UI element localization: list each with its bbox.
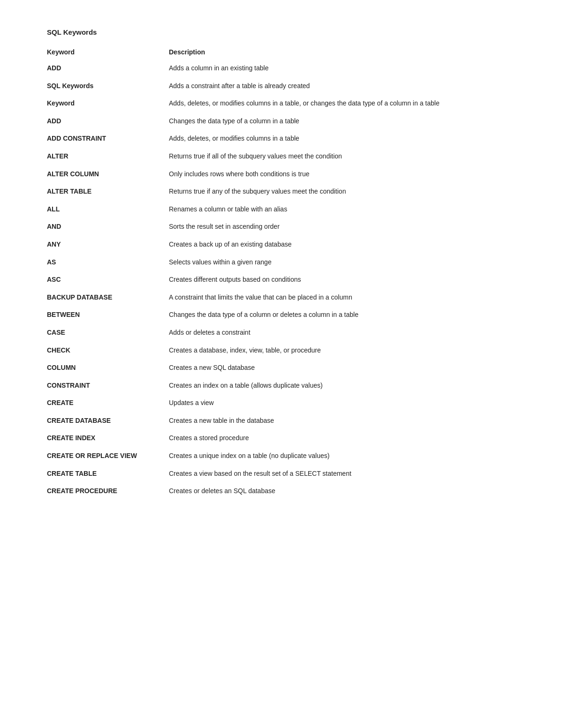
description-cell: A constraint that limits the value that …: [169, 289, 516, 307]
description-cell: Adds a constraint after a table is alrea…: [169, 77, 516, 95]
description-cell: Creates a unique index on a table (no du…: [169, 447, 516, 465]
table-row: ADDChanges the data type of a column in …: [47, 113, 516, 130]
table-row: ADD CONSTRAINTAdds, deletes, or modifies…: [47, 130, 516, 148]
table-row: BETWEENChanges the data type of a column…: [47, 306, 516, 324]
table-row: ALTERReturns true if all of the subquery…: [47, 148, 516, 165]
description-cell: Creates a view based on the result set o…: [169, 465, 516, 483]
description-cell: Renames a column or table with an alias: [169, 201, 516, 218]
table-row: CREATEUpdates a view: [47, 394, 516, 412]
keyword-cell: AS: [47, 254, 169, 271]
description-cell: Adds, deletes, or modifies columns in a …: [169, 95, 516, 113]
description-cell: Sorts the result set in ascending order: [169, 218, 516, 236]
table-row: CASEAdds or deletes a constraint: [47, 324, 516, 342]
description-cell: Creates a back up of an existing databas…: [169, 236, 516, 254]
page-container: SQL Keywords Keyword Description ADDAdds…: [47, 28, 516, 500]
keyword-cell: CREATE TABLE: [47, 465, 169, 483]
keyword-cell: CREATE PROCEDURE: [47, 482, 169, 500]
keyword-cell: CREATE DATABASE: [47, 412, 169, 430]
table-header-row: Keyword Description: [47, 45, 516, 60]
description-cell: Creates a stored procedure: [169, 429, 516, 447]
keyword-cell: ALTER: [47, 148, 169, 165]
keyword-cell: ADD CONSTRAINT: [47, 130, 169, 148]
table-row: ALTER TABLEReturns true if any of the su…: [47, 183, 516, 201]
keyword-cell: CREATE INDEX: [47, 429, 169, 447]
keyword-cell: ADD: [47, 60, 169, 77]
description-cell: Changes the data type of a column in a t…: [169, 113, 516, 130]
table-row: ALLRenames a column or table with an ali…: [47, 201, 516, 218]
column-header-description: Description: [169, 45, 516, 60]
keyword-cell: AND: [47, 218, 169, 236]
keyword-cell: ANY: [47, 236, 169, 254]
keywords-table: Keyword Description ADDAdds a column in …: [47, 45, 516, 500]
table-row: CREATE INDEXCreates a stored procedure: [47, 429, 516, 447]
table-row: ANYCreates a back up of an existing data…: [47, 236, 516, 254]
page-title: SQL Keywords: [47, 28, 516, 36]
description-cell: Adds a column in an existing table: [169, 60, 516, 77]
table-row: KeywordAdds, deletes, or modifies column…: [47, 95, 516, 113]
keyword-cell: ADD: [47, 113, 169, 130]
table-row: CONSTRAINTCreates an index on a table (a…: [47, 377, 516, 395]
table-row: ADDAdds a column in an existing table: [47, 60, 516, 77]
table-row: CREATE PROCEDURECreates or deletes an SQ…: [47, 482, 516, 500]
keyword-cell: CHECK: [47, 342, 169, 360]
keyword-cell: CREATE: [47, 394, 169, 412]
keyword-cell: BETWEEN: [47, 306, 169, 324]
description-cell: Creates an index on a table (allows dupl…: [169, 377, 516, 395]
description-cell: Selects values within a given range: [169, 254, 516, 271]
keyword-cell: ASC: [47, 271, 169, 289]
keyword-cell: ALTER TABLE: [47, 183, 169, 201]
table-row: CREATE OR REPLACE VIEWCreates a unique i…: [47, 447, 516, 465]
table-row: ALTER COLUMNOnly includes rows where bot…: [47, 165, 516, 183]
keyword-cell: CONSTRAINT: [47, 377, 169, 395]
description-cell: Creates a new table in the database: [169, 412, 516, 430]
table-row: CREATE DATABASECreates a new table in th…: [47, 412, 516, 430]
description-cell: Returns true if any of the subquery valu…: [169, 183, 516, 201]
description-cell: Creates different outputs based on condi…: [169, 271, 516, 289]
description-cell: Returns true if all of the subquery valu…: [169, 148, 516, 165]
keyword-cell: CASE: [47, 324, 169, 342]
description-cell: Creates a database, index, view, table, …: [169, 342, 516, 360]
description-cell: Changes the data type of a column or del…: [169, 306, 516, 324]
table-row: CREATE TABLECreates a view based on the …: [47, 465, 516, 483]
description-cell: Creates a new SQL database: [169, 359, 516, 377]
description-cell: Only includes rows where both conditions…: [169, 165, 516, 183]
keyword-cell: SQL Keywords: [47, 77, 169, 95]
table-row: SQL KeywordsAdds a constraint after a ta…: [47, 77, 516, 95]
description-cell: Updates a view: [169, 394, 516, 412]
column-header-keyword: Keyword: [47, 45, 169, 60]
table-row: ASSelects values within a given range: [47, 254, 516, 271]
keyword-cell: BACKUP DATABASE: [47, 289, 169, 307]
description-cell: Creates or deletes an SQL database: [169, 482, 516, 500]
description-cell: Adds, deletes, or modifies columns in a …: [169, 130, 516, 148]
keyword-cell: CREATE OR REPLACE VIEW: [47, 447, 169, 465]
description-cell: Adds or deletes a constraint: [169, 324, 516, 342]
table-row: ANDSorts the result set in ascending ord…: [47, 218, 516, 236]
table-row: COLUMNCreates a new SQL database: [47, 359, 516, 377]
table-row: ASCCreates different outputs based on co…: [47, 271, 516, 289]
keyword-cell: Keyword: [47, 95, 169, 113]
keyword-cell: COLUMN: [47, 359, 169, 377]
keyword-cell: ALL: [47, 201, 169, 218]
keyword-cell: ALTER COLUMN: [47, 165, 169, 183]
table-row: BACKUP DATABASEA constraint that limits …: [47, 289, 516, 307]
table-row: CHECKCreates a database, index, view, ta…: [47, 342, 516, 360]
